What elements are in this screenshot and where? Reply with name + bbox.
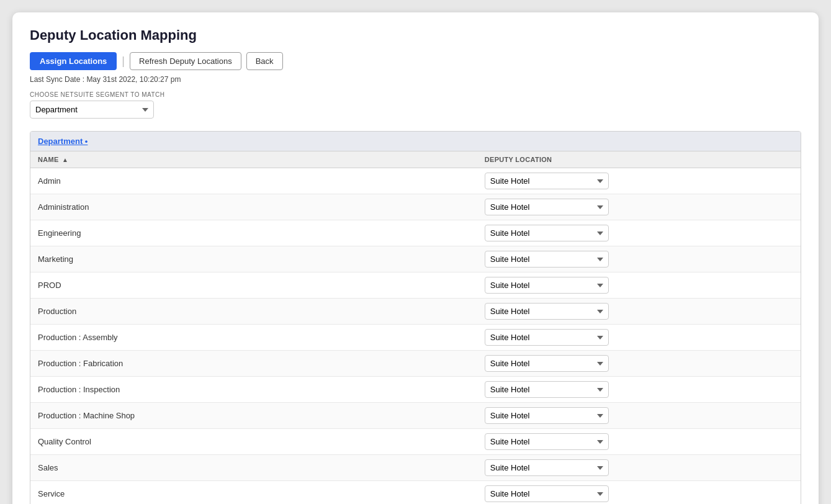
row-deputy-cell: Suite HotelSuite Bed and BreakfastSuite … xyxy=(477,246,801,272)
page-title: Deputy Location Mapping xyxy=(30,27,801,43)
deputy-location-select[interactable]: Suite HotelSuite Bed and BreakfastSuite … xyxy=(485,485,609,502)
refresh-deputy-button-top[interactable]: Refresh Deputy Locations xyxy=(130,52,241,70)
table-row: Production : FabricationSuite HotelSuite… xyxy=(30,351,801,377)
row-name: Marketing xyxy=(30,246,477,272)
back-button-top[interactable]: Back xyxy=(246,52,283,70)
row-deputy-cell: Suite HotelSuite Bed and BreakfastSuite … xyxy=(477,481,801,505)
row-name: Quality Control xyxy=(30,429,477,455)
table-header-row: NAME ▲ DEPUTY LOCATION xyxy=(30,151,801,168)
col-header-deputy: DEPUTY LOCATION xyxy=(477,151,801,168)
table-row: AdminSuite HotelSuite Bed and BreakfastS… xyxy=(30,168,801,194)
deputy-location-select[interactable]: Suite HotelSuite Bed and BreakfastSuite … xyxy=(485,381,609,398)
table-body: AdminSuite HotelSuite Bed and BreakfastS… xyxy=(30,168,801,505)
mapping-table-section: Department • NAME ▲ DEPUTY LOCATION Admi… xyxy=(30,131,801,504)
row-name: Service xyxy=(30,481,477,505)
deputy-location-select[interactable]: Suite HotelSuite Bed and BreakfastSuite … xyxy=(485,433,609,450)
deputy-location-select[interactable]: Suite HotelSuite Bed and BreakfastSuite … xyxy=(485,251,609,268)
row-name: Production : Inspection xyxy=(30,377,477,403)
top-toolbar: Assign Locations | Refresh Deputy Locati… xyxy=(30,52,801,70)
segment-selector-section: CHOOSE NETSUITE SEGMENT TO MATCH Departm… xyxy=(30,91,801,119)
deputy-location-select[interactable]: Suite HotelSuite Bed and BreakfastSuite … xyxy=(485,407,609,424)
table-row: Production : InspectionSuite HotelSuite … xyxy=(30,377,801,403)
row-deputy-cell: Suite HotelSuite Bed and BreakfastSuite … xyxy=(477,272,801,299)
group-header-text[interactable]: Department • xyxy=(38,137,88,146)
row-deputy-cell: Suite HotelSuite Bed and BreakfastSuite … xyxy=(477,194,801,220)
row-name: Administration xyxy=(30,194,477,220)
sync-date-label: Last Sync Date : May 31st 2022, 10:20:27… xyxy=(30,75,801,84)
table-row: AdministrationSuite HotelSuite Bed and B… xyxy=(30,194,801,220)
deputy-location-select[interactable]: Suite HotelSuite Bed and BreakfastSuite … xyxy=(485,225,609,241)
table-row: Production : AssemblySuite HotelSuite Be… xyxy=(30,325,801,351)
mapping-table: NAME ▲ DEPUTY LOCATION AdminSuite HotelS… xyxy=(30,151,801,504)
row-name: Production : Assembly xyxy=(30,325,477,351)
row-deputy-cell: Suite HotelSuite Bed and BreakfastSuite … xyxy=(477,403,801,429)
row-name: Sales xyxy=(30,455,477,481)
deputy-location-select[interactable]: Suite HotelSuite Bed and BreakfastSuite … xyxy=(485,199,609,215)
row-name: Production : Machine Shop xyxy=(30,403,477,429)
table-row: ServiceSuite HotelSuite Bed and Breakfas… xyxy=(30,481,801,505)
deputy-location-select[interactable]: Suite HotelSuite Bed and BreakfastSuite … xyxy=(485,277,609,294)
col-header-name[interactable]: NAME ▲ xyxy=(30,151,477,168)
row-name: PROD xyxy=(30,272,477,299)
table-group-header: Department • xyxy=(30,132,801,151)
deputy-location-select[interactable]: Suite HotelSuite Bed and BreakfastSuite … xyxy=(485,355,609,372)
row-deputy-cell: Suite HotelSuite Bed and BreakfastSuite … xyxy=(477,168,801,194)
row-deputy-cell: Suite HotelSuite Bed and BreakfastSuite … xyxy=(477,377,801,403)
table-row: ProductionSuite HotelSuite Bed and Break… xyxy=(30,299,801,325)
row-name: Engineering xyxy=(30,220,477,246)
row-deputy-cell: Suite HotelSuite Bed and BreakfastSuite … xyxy=(477,325,801,351)
row-name: Admin xyxy=(30,168,477,194)
toolbar-separator-top: | xyxy=(122,55,125,68)
table-row: PRODSuite HotelSuite Bed and BreakfastSu… xyxy=(30,272,801,299)
table-row: EngineeringSuite HotelSuite Bed and Brea… xyxy=(30,220,801,246)
table-row: MarketingSuite HotelSuite Bed and Breakf… xyxy=(30,246,801,272)
table-row: SalesSuite HotelSuite Bed and BreakfastS… xyxy=(30,455,801,481)
deputy-location-select[interactable]: Suite HotelSuite Bed and BreakfastSuite … xyxy=(485,303,609,320)
row-deputy-cell: Suite HotelSuite Bed and BreakfastSuite … xyxy=(477,351,801,377)
main-window: Deputy Location Mapping Assign Locations… xyxy=(12,12,819,504)
row-deputy-cell: Suite HotelSuite Bed and BreakfastSuite … xyxy=(477,220,801,246)
row-deputy-cell: Suite HotelSuite Bed and BreakfastSuite … xyxy=(477,455,801,481)
row-deputy-cell: Suite HotelSuite Bed and BreakfastSuite … xyxy=(477,299,801,325)
deputy-location-select[interactable]: Suite HotelSuite Bed and BreakfastSuite … xyxy=(485,173,609,189)
deputy-location-select[interactable]: Suite HotelSuite Bed and BreakfastSuite … xyxy=(485,459,609,476)
row-deputy-cell: Suite HotelSuite Bed and BreakfastSuite … xyxy=(477,429,801,455)
sort-arrow-icon: ▲ xyxy=(62,156,68,163)
row-name: Production xyxy=(30,299,477,325)
assign-locations-button-top[interactable]: Assign Locations xyxy=(30,52,117,70)
deputy-location-select[interactable]: Suite HotelSuite Bed and BreakfastSuite … xyxy=(485,329,609,346)
row-name: Production : Fabrication xyxy=(30,351,477,377)
segment-choose-label: CHOOSE NETSUITE SEGMENT TO MATCH xyxy=(30,91,801,98)
segment-select[interactable]: DepartmentClassLocation xyxy=(30,101,154,119)
table-row: Production : Machine ShopSuite HotelSuit… xyxy=(30,403,801,429)
table-row: Quality ControlSuite HotelSuite Bed and … xyxy=(30,429,801,455)
